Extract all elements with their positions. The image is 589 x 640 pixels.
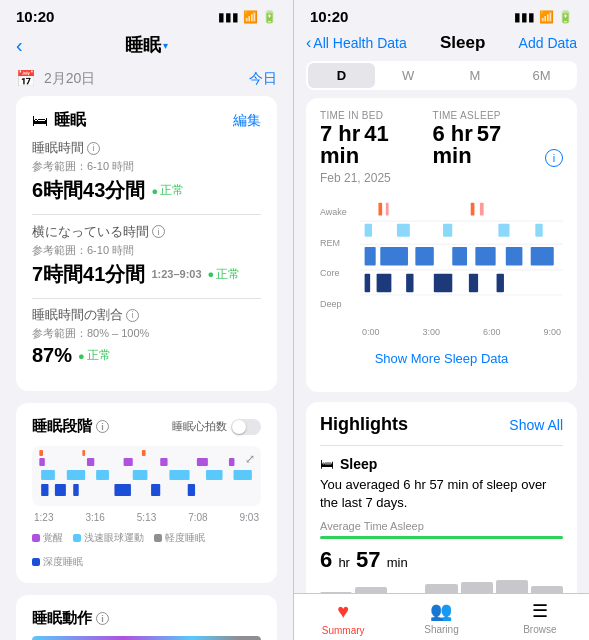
toggle-knob xyxy=(232,420,246,434)
edit-button[interactable]: 編集 xyxy=(233,112,261,130)
summary-label: Summary xyxy=(322,625,365,636)
period-tab-bar: D W M 6M xyxy=(306,61,577,90)
time-labels: 1:23 3:16 5:13 7:08 9:03 xyxy=(32,512,261,523)
expand-icon[interactable]: ⤢ xyxy=(245,452,255,466)
toggle-switch[interactable] xyxy=(231,419,261,435)
svg-rect-41 xyxy=(434,274,452,292)
svg-rect-15 xyxy=(124,458,133,466)
bar-3 xyxy=(425,584,457,593)
avg-label: Average Time Asleep xyxy=(320,520,563,532)
tab-browse[interactable]: ☰ Browse xyxy=(491,600,589,636)
sleep-info-button[interactable]: i xyxy=(545,149,563,167)
calendar-icon[interactable]: 📅 xyxy=(16,69,36,88)
svg-rect-42 xyxy=(469,274,478,292)
svg-rect-13 xyxy=(39,458,44,466)
highlights-card: Highlights Show All 🛏 Sleep You averaged… xyxy=(306,402,577,593)
left-nav-title: 睡眠 xyxy=(125,33,161,57)
svg-rect-34 xyxy=(452,247,467,265)
info-icon-1[interactable]: i xyxy=(87,142,100,155)
summary-icon: ♥ xyxy=(337,600,349,623)
r-wifi-icon: 📶 xyxy=(539,10,554,24)
svg-rect-14 xyxy=(87,458,94,466)
legend-dot-core xyxy=(154,534,162,542)
svg-rect-33 xyxy=(415,247,433,265)
show-more-sleep-data[interactable]: Show More Sleep Data xyxy=(320,345,563,372)
tab-summary[interactable]: ♥ Summary xyxy=(294,600,392,636)
back-button[interactable]: ‹ xyxy=(16,34,23,57)
tab-6m[interactable]: 6M xyxy=(508,63,575,88)
svg-rect-19 xyxy=(39,450,43,456)
metric-lying-time: 横になっている時間 i 参考範囲：6-10 時間 7時間41分間 1:23–9:… xyxy=(32,223,261,288)
svg-rect-36 xyxy=(506,247,523,265)
add-data-button[interactable]: Add Data xyxy=(519,35,577,51)
highlight-sleep-icon: 🛏 xyxy=(320,456,334,472)
chart-legend: 覚醒 浅速眼球運動 軽度睡眠 深度睡眠 xyxy=(32,531,261,569)
time-asleep-value: 6 hr 57 min xyxy=(433,123,526,167)
dropdown-icon[interactable]: ▾ xyxy=(163,40,168,51)
svg-rect-12 xyxy=(234,470,252,480)
chart-y-labels: Awake REM Core Deep xyxy=(320,193,360,323)
legend-item-awake: 覚醒 xyxy=(32,531,63,545)
sleep-movement-card: 睡眠動作 i 低 中 高 xyxy=(16,595,277,640)
svg-rect-16 xyxy=(160,458,167,466)
svg-rect-29 xyxy=(498,224,509,237)
left-status-icons: ▮▮▮ 📶 🔋 xyxy=(218,10,277,24)
metric-sleep-duration: 睡眠時間 i 参考範囲：6-10 時間 6時間43分間 ● 正常 xyxy=(32,139,261,204)
battery-icon: 🔋 xyxy=(262,10,277,24)
metric-label-1: 睡眠時間 i xyxy=(32,139,261,157)
svg-rect-11 xyxy=(206,470,222,480)
range-text-2: 1:23–9:03 xyxy=(151,268,201,280)
avg-value: 6 hr 57 min xyxy=(320,549,563,571)
mini-bar-chart xyxy=(320,577,563,593)
svg-rect-37 xyxy=(531,247,554,265)
info-icon-2[interactable]: i xyxy=(152,225,165,238)
time-in-bed-label: TIME IN BED xyxy=(320,110,413,121)
highlight-item-title: Sleep xyxy=(340,456,377,472)
metric-sublabel-1: 参考範囲：6-10 時間 xyxy=(32,159,261,174)
svg-rect-31 xyxy=(365,247,376,265)
svg-rect-28 xyxy=(443,224,452,237)
legend-dot-deep xyxy=(32,558,40,566)
right-sleep-chart: Awake REM Core Deep xyxy=(320,193,563,323)
all-health-data-back[interactable]: ‹ All Health Data xyxy=(306,34,407,52)
movement-info-icon[interactable]: i xyxy=(96,612,109,625)
date-bar: 📅 2月20日 今日 xyxy=(0,65,293,96)
metric-value-2: 7時間41分間 1:23–9:03 ● 正常 xyxy=(32,261,261,288)
svg-rect-9 xyxy=(133,470,148,480)
sleep-title-row: 🛏 睡眠 xyxy=(32,110,86,131)
wifi-icon: 📶 xyxy=(243,10,258,24)
svg-rect-23 xyxy=(386,203,389,216)
svg-rect-24 xyxy=(471,203,475,216)
legend-item-deep: 深度睡眠 xyxy=(32,555,83,569)
svg-rect-20 xyxy=(82,450,85,456)
info-icon-3[interactable]: i xyxy=(126,309,139,322)
tab-m[interactable]: M xyxy=(442,63,509,88)
left-panel: 10:20 ▮▮▮ 📶 🔋 ‹ 睡眠 ▾ 📅 2月20日 今日 🛏 睡眠 編集 xyxy=(0,0,294,640)
svg-rect-39 xyxy=(377,274,392,292)
highlight-sleep-item: 🛏 Sleep You averaged 6 hr 57 min of slee… xyxy=(320,445,563,593)
r-battery-icon: 🔋 xyxy=(558,10,573,24)
metric-sleep-ratio: 睡眠時間の割合 i 参考範囲：80% – 100% 87% ● 正常 xyxy=(32,306,261,367)
bar-6 xyxy=(531,586,563,593)
svg-rect-40 xyxy=(406,274,413,292)
right-panel: 10:20 ▮▮▮ 📶 🔋 ‹ All Health Data Sleep Ad… xyxy=(294,0,589,640)
svg-rect-7 xyxy=(67,470,85,480)
stages-toggle[interactable]: 睡眠心拍数 xyxy=(172,419,261,435)
tab-d[interactable]: D xyxy=(308,63,375,88)
stages-info-icon[interactable]: i xyxy=(96,420,109,433)
tab-sharing[interactable]: 👥 Sharing xyxy=(392,600,490,636)
normal-badge-1: ● 正常 xyxy=(151,182,184,199)
time-asleep-label: TIME ASLEEP xyxy=(433,110,526,121)
browse-label: Browse xyxy=(523,624,556,635)
left-nav: ‹ 睡眠 ▾ xyxy=(0,29,293,65)
bar-4 xyxy=(461,582,493,593)
svg-rect-35 xyxy=(475,247,495,265)
tab-w[interactable]: W xyxy=(375,63,442,88)
svg-rect-1 xyxy=(55,484,66,496)
sharing-icon: 👥 xyxy=(430,600,452,622)
browse-icon: ☰ xyxy=(532,600,548,622)
metric-sublabel-2: 参考範囲：6-10 時間 xyxy=(32,243,261,258)
today-button[interactable]: 今日 xyxy=(249,70,277,88)
svg-rect-17 xyxy=(197,458,208,466)
show-all-button[interactable]: Show All xyxy=(509,417,563,433)
